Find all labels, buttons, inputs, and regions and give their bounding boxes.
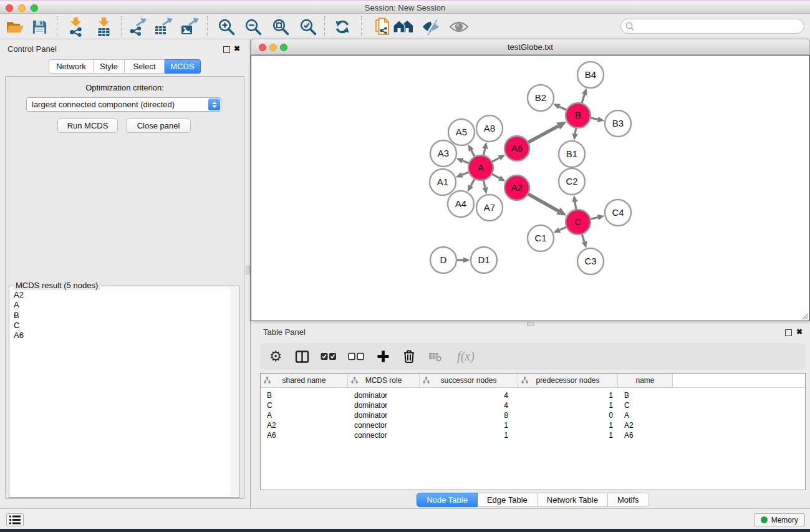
network-canvas[interactable]: B4B2BB3A5A8A6B1A3AC2A1A2A4A7C4CC1C3DD1 <box>251 55 810 321</box>
graph-node-label: A1 <box>437 177 448 187</box>
table-panel-float-icon[interactable] <box>785 329 792 336</box>
mcds-result-item[interactable]: B <box>14 311 231 321</box>
table-cell[interactable]: 1 <box>518 430 618 440</box>
table-cell[interactable]: C <box>618 400 673 410</box>
deselect-all-button[interactable] <box>347 348 365 365</box>
zoom-out-button[interactable] <box>243 16 264 37</box>
table-tabs: Node Table Edge Table Network Table Moti… <box>260 493 806 507</box>
column-header-name[interactable]: name <box>618 374 673 387</box>
refresh-button[interactable] <box>332 16 353 37</box>
task-history-button[interactable] <box>6 513 24 526</box>
tab-style[interactable]: Style <box>94 59 125 74</box>
table-cell[interactable]: 1 <box>420 420 518 430</box>
column-header-shared-name[interactable]: shared name <box>261 374 348 387</box>
tab-network[interactable]: Network <box>49 59 94 74</box>
control-panel-float-icon[interactable] <box>223 46 230 53</box>
graph-edge-arrowhead <box>456 158 464 164</box>
table-cell[interactable]: connector <box>348 430 420 440</box>
table-row[interactable]: Cdominator41C <box>261 400 805 410</box>
select-all-button[interactable] <box>320 348 337 365</box>
table-cell[interactable]: dominator <box>348 410 420 420</box>
mcds-result-item[interactable]: C <box>14 321 231 331</box>
table-cell[interactable]: 1 <box>518 420 618 430</box>
table-row[interactable]: A2connector11A2 <box>261 420 805 430</box>
import-table-button[interactable] <box>93 16 114 37</box>
tab-network-table[interactable]: Network Table <box>538 493 608 507</box>
graph-node-label: A8 <box>484 123 495 133</box>
network-from-selection-button[interactable] <box>372 16 393 37</box>
mcds-result-item[interactable]: A2 <box>14 290 231 300</box>
graph-node-label: C3 <box>584 256 596 266</box>
table-cell[interactable]: 1 <box>420 430 518 440</box>
mcds-result-item[interactable]: A6 <box>14 331 231 341</box>
table-cell[interactable]: dominator <box>348 390 420 400</box>
search-field[interactable] <box>620 19 804 34</box>
import-network-button[interactable] <box>65 16 86 37</box>
table-cell[interactable]: B <box>261 390 348 400</box>
table-cell[interactable]: A6 <box>261 430 348 440</box>
delete-table-button[interactable] <box>427 348 443 365</box>
zoom-selected-button[interactable] <box>297 16 319 37</box>
table-cell[interactable]: A6 <box>618 430 673 440</box>
network-window-titlebar[interactable]: testGlobe.txt <box>251 39 810 55</box>
table-cell[interactable]: A2 <box>618 420 673 430</box>
tab-node-table[interactable]: Node Table <box>417 493 478 507</box>
delete-row-button[interactable] <box>401 348 417 365</box>
table-cell[interactable]: A2 <box>261 420 348 430</box>
table-panel-close-icon[interactable]: ✖ <box>796 328 803 336</box>
close-panel-button[interactable]: Close panel <box>126 118 191 133</box>
control-panel-close-icon[interactable]: ✖ <box>234 45 240 52</box>
divider-handle[interactable] <box>246 266 250 274</box>
mcds-result-item[interactable]: A <box>14 300 231 310</box>
browser-home-button[interactable] <box>393 16 414 37</box>
function-builder-button[interactable]: f(x) <box>453 348 478 365</box>
tab-mcds[interactable]: MCDS <box>165 59 201 74</box>
zoom-fit-button[interactable] <box>270 16 291 37</box>
table-cell[interactable]: 1 <box>518 400 618 410</box>
table-cell[interactable]: connector <box>348 420 420 430</box>
memory-button[interactable]: Memory <box>754 513 805 526</box>
table-cell[interactable]: dominator <box>348 400 420 410</box>
optimization-criterion-select[interactable]: largest connected component (directed) <box>26 97 221 112</box>
export-table-button[interactable] <box>153 16 174 37</box>
open-session-button[interactable] <box>4 16 26 37</box>
table-cell[interactable]: 4 <box>420 400 518 410</box>
graph-node-label: C1 <box>534 233 546 243</box>
table-cell[interactable]: B <box>618 390 673 400</box>
toolbar-separator <box>207 16 208 36</box>
table-cell[interactable]: 1 <box>518 390 618 400</box>
table-row[interactable]: A6connector11A6 <box>261 430 805 440</box>
table-cell[interactable]: 4 <box>420 390 518 400</box>
column-header-predecessor-nodes[interactable]: predecessor nodes <box>518 374 618 387</box>
table-cell[interactable]: A <box>261 410 348 420</box>
resize-grip-icon[interactable] <box>801 312 809 320</box>
table-body: Bdominator41BCdominator41CAdominator80AA… <box>261 388 805 440</box>
table-row[interactable]: Bdominator41B <box>261 390 805 400</box>
graph-node-label: A4 <box>455 198 466 209</box>
export-image-button[interactable] <box>179 16 200 37</box>
table-cell[interactable]: C <box>261 400 348 410</box>
table-cell[interactable]: A <box>618 410 673 420</box>
show-hide-eye-button[interactable] <box>448 16 470 37</box>
search-input[interactable] <box>637 21 802 33</box>
tab-motifs[interactable]: Motifs <box>608 493 649 507</box>
table-cell[interactable]: 8 <box>420 410 518 420</box>
mcds-result-box: MCDS result (5 nodes) A2ABCA6 <box>9 286 239 498</box>
run-mcds-button[interactable]: Run MCDS <box>57 118 118 133</box>
save-session-button[interactable] <box>29 16 50 37</box>
column-view-button[interactable] <box>294 348 310 365</box>
horizontal-divider-handle[interactable] <box>527 322 534 326</box>
column-header-mcds-role[interactable]: MCDS role <box>348 374 420 387</box>
table-settings-button[interactable]: ⚙ <box>268 348 284 365</box>
toggle-graphics-details-button[interactable] <box>420 16 441 37</box>
add-row-button[interactable] <box>375 348 391 365</box>
zoom-in-button[interactable] <box>216 16 237 37</box>
table-cell[interactable]: 0 <box>518 410 618 420</box>
export-network-button[interactable] <box>127 16 148 37</box>
table-row[interactable]: Adominator80A <box>261 410 805 420</box>
result-scrollbar[interactable] <box>231 287 239 496</box>
column-header-successor-nodes[interactable]: successor nodes <box>420 374 518 387</box>
tab-edge-table[interactable]: Edge Table <box>478 493 538 507</box>
tab-select[interactable]: Select <box>125 59 165 74</box>
panel-divider[interactable] <box>245 39 251 508</box>
